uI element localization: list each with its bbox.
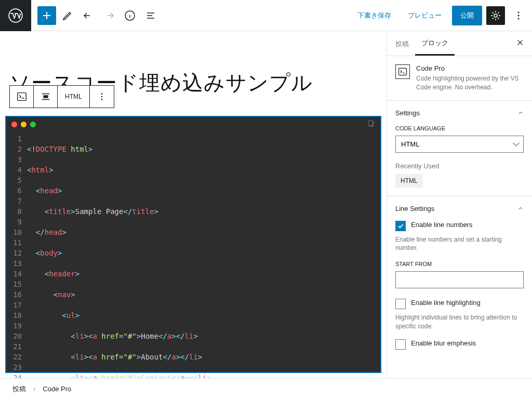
help-line-numbers: Enable line numbers and set a starting n… — [395, 235, 524, 253]
top-toolbar: 下書き保存 プレビュー 公開 — [0, 0, 532, 31]
edit-mode-button[interactable] — [58, 6, 77, 25]
undo-icon — [82, 9, 95, 22]
code-body[interactable]: 123456789101112131415161718192021222324 … — [6, 131, 380, 378]
code-language-select[interactable]: HTML — [395, 136, 524, 153]
tab-block[interactable]: ブロック — [415, 31, 455, 56]
panel-line-settings-title: Line Settings — [395, 205, 434, 212]
settings-toggle-button[interactable] — [486, 6, 505, 25]
svg-point-4 — [518, 15, 520, 16]
chevron-up-icon — [517, 110, 524, 116]
label-enable-blur: Enable blur emphesis — [411, 339, 476, 347]
window-dots — [11, 122, 36, 127]
breadcrumb-leaf[interactable]: Code Pro — [43, 385, 71, 393]
label-code-language: CODE LANGUAGE — [395, 125, 524, 131]
block-language-button[interactable]: HTML — [58, 86, 90, 108]
preview-button[interactable]: プレビュー — [402, 7, 448, 24]
label-recently-used: Recently Used — [395, 162, 524, 170]
settings-sidebar: 投稿 ブロック Code Pro Code highlighting power… — [387, 31, 532, 378]
dot-red-icon — [11, 122, 17, 127]
block-name: Code Pro — [416, 64, 524, 72]
breadcrumb-separator-icon: › — [33, 385, 35, 393]
copy-button[interactable] — [367, 119, 375, 129]
code-block-header — [6, 117, 380, 131]
dot-yellow-icon — [21, 122, 26, 127]
block-icon-button[interactable] — [10, 86, 34, 108]
pencil-icon — [61, 9, 74, 22]
checkbox-enable-line-numbers[interactable] — [395, 221, 406, 231]
terminal-icon — [16, 91, 28, 102]
panel-settings-toggle[interactable]: Settings — [395, 109, 524, 117]
label-enable-line-highlighting: Enable line highlighting — [411, 299, 481, 307]
block-more-button[interactable] — [90, 86, 114, 108]
info-icon — [124, 9, 136, 22]
breadcrumb: 投稿 › Code Pro — [0, 378, 532, 399]
svg-point-2 — [494, 14, 497, 17]
label-enable-line-numbers: Enable line numbers — [411, 221, 473, 229]
kebab-icon — [96, 91, 108, 102]
line-gutter: 123456789101112131415161718192021222324 — [6, 131, 27, 378]
block-description: Code highlighting powered by the VS Code… — [416, 74, 524, 92]
svg-rect-7 — [43, 95, 48, 98]
sidebar-tabs: 投稿 ブロック — [387, 31, 532, 56]
svg-point-9 — [101, 96, 102, 98]
svg-rect-6 — [17, 93, 26, 101]
block-summary: Code Pro Code highlighting powered by th… — [387, 56, 532, 100]
code-block[interactable]: 123456789101112131415161718192021222324 … — [5, 116, 381, 373]
recent-chip-html[interactable]: HTML — [395, 174, 423, 188]
more-menu-button[interactable] — [509, 6, 528, 25]
block-icon — [395, 64, 410, 79]
block-toolbar: HTML — [9, 85, 114, 108]
checkbox-enable-blur[interactable] — [395, 339, 406, 350]
svg-point-3 — [518, 11, 520, 13]
check-icon — [397, 222, 404, 230]
terminal-icon — [397, 66, 408, 77]
outline-button[interactable] — [141, 6, 160, 25]
panel-line-settings: Line Settings Enable line numbers Enable… — [387, 196, 532, 362]
code-content[interactable]: <!DOCTYPE html> <html> <head> <title>Sam… — [27, 131, 211, 378]
panel-settings-title: Settings — [395, 109, 420, 117]
panel-settings: Settings CODE LANGUAGE HTML Recently Use… — [387, 100, 532, 196]
redo-button[interactable] — [100, 6, 118, 25]
kebab-icon — [512, 9, 525, 22]
save-draft-button[interactable]: 下書き保存 — [351, 7, 397, 24]
add-block-button[interactable] — [37, 6, 56, 25]
toolbar-left-group — [31, 6, 160, 25]
tab-post[interactable]: 投稿 — [389, 32, 415, 55]
dot-green-icon — [30, 122, 36, 127]
svg-rect-12 — [368, 121, 373, 126]
undo-button[interactable] — [79, 6, 98, 25]
editor-canvas[interactable]: ソースコード埋め込みサンプル HTML — [0, 31, 387, 378]
svg-point-5 — [518, 18, 520, 19]
block-align-button[interactable] — [34, 86, 58, 108]
align-icon — [40, 91, 51, 102]
breadcrumb-root[interactable]: 投稿 — [12, 384, 26, 394]
label-start-from: START FROM — [395, 261, 524, 267]
panel-line-settings-toggle[interactable]: Line Settings — [395, 205, 524, 212]
svg-rect-13 — [399, 68, 407, 75]
close-sidebar-button[interactable] — [510, 33, 530, 54]
chevron-up-icon — [517, 205, 524, 211]
wp-logo[interactable] — [0, 0, 31, 31]
checkbox-enable-line-highlighting[interactable] — [395, 299, 406, 309]
redo-icon — [103, 9, 115, 22]
info-button[interactable] — [121, 6, 139, 25]
wordpress-icon — [8, 8, 23, 23]
svg-point-8 — [101, 93, 102, 95]
list-icon — [144, 9, 157, 22]
publish-button[interactable]: 公開 — [452, 6, 482, 25]
input-start-from[interactable] — [395, 271, 524, 288]
gear-icon — [489, 9, 502, 22]
plus-icon — [41, 9, 53, 22]
close-icon — [515, 38, 525, 47]
clipboard-icon — [367, 119, 375, 128]
help-line-highlighting: Highlight individual lines to bring atte… — [395, 313, 524, 331]
toolbar-right-group: 下書き保存 プレビュー 公開 — [351, 6, 532, 25]
svg-point-10 — [101, 99, 102, 100]
